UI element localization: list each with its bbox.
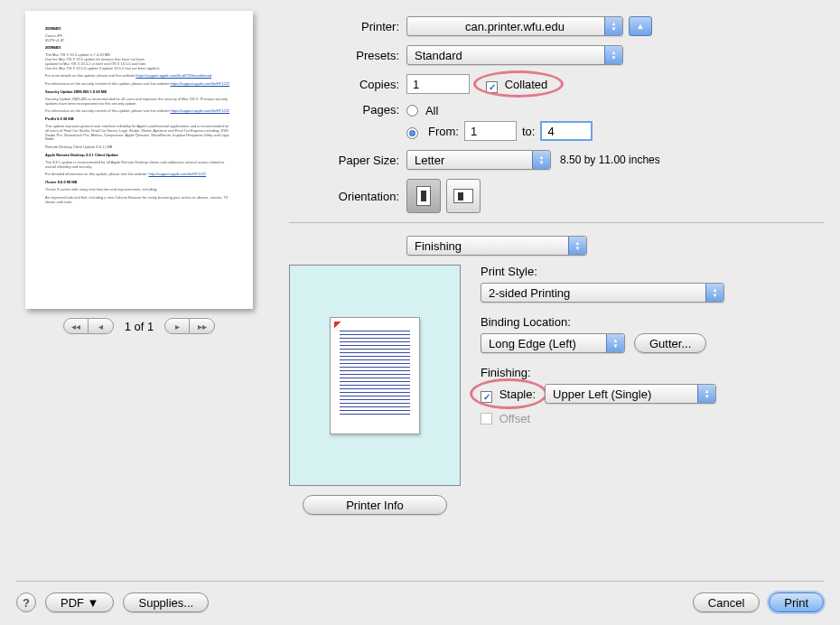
presets-select[interactable]: Standard ▲▼: [406, 45, 623, 65]
pages-from-input[interactable]: 1: [464, 121, 517, 141]
finishing-preview-sheet: [330, 317, 420, 434]
paper-dims: 8.50 by 11.00 inches: [560, 154, 660, 166]
collated-label: Collated: [505, 78, 548, 91]
pages-from-value: 1: [471, 125, 477, 138]
dropdown-arrows-icon: ▲▼: [568, 237, 586, 255]
finishing-label: Finishing:: [481, 366, 824, 379]
printer-info-label: Printer Info: [346, 499, 404, 512]
printer-disclosure-button[interactable]: ▲: [629, 16, 652, 36]
pages-from-radio[interactable]: [406, 127, 418, 139]
pages-to-label: to:: [522, 125, 535, 138]
dropdown-arrows-icon: ▲▼: [606, 334, 624, 352]
copies-label: Copies:: [289, 78, 406, 91]
presets-value: Standard: [415, 49, 462, 62]
pager-prev-group[interactable]: ◂◂ ◂: [63, 318, 114, 334]
cancel-label: Cancel: [708, 596, 744, 610]
supplies-label: Supplies...: [138, 596, 193, 610]
binding-location-value: Long Edge (Left): [489, 337, 576, 350]
pdf-menu-label: PDF ▼: [61, 596, 98, 610]
dropdown-arrows-icon: ▲▼: [604, 17, 622, 35]
landscape-icon: [453, 189, 473, 203]
staple-checkbox[interactable]: ✓: [481, 391, 492, 403]
copies-input[interactable]: 1: [406, 74, 470, 94]
pager-next[interactable]: ▸: [164, 318, 190, 334]
pager-prev[interactable]: ◂: [89, 318, 114, 334]
staple-position-select[interactable]: Upper Left (Single) ▲▼: [545, 384, 716, 404]
gutter-button[interactable]: Gutter...: [634, 333, 706, 353]
portrait-icon: [416, 186, 431, 206]
section-menu-value: Finishing: [415, 239, 462, 253]
cancel-button[interactable]: Cancel: [693, 592, 760, 612]
finishing-preview: [289, 265, 461, 486]
pages-from-label: From:: [428, 125, 459, 138]
orientation-portrait-button[interactable]: [406, 179, 441, 213]
dropdown-arrows-icon: ▲▼: [604, 46, 622, 64]
print-label: Print: [784, 596, 808, 610]
page-preview: 20090401 Canon iPFiR-PS v1.87 20090401 T…: [25, 11, 253, 309]
dropdown-arrows-icon: ▲▼: [705, 284, 723, 302]
paper-size-value: Letter: [415, 154, 444, 167]
dropdown-arrows-icon: ▲▼: [697, 385, 715, 403]
staple-position-value: Upper Left (Single): [553, 387, 651, 401]
paper-size-select[interactable]: Letter ▲▼: [406, 150, 551, 170]
printer-select[interactable]: can.printer.wfu.edu ▲▼: [406, 16, 623, 36]
pages-label: Pages:: [289, 103, 406, 117]
gutter-label: Gutter...: [649, 337, 691, 350]
offset-checkbox: [481, 413, 492, 424]
print-style-label: Print Style:: [481, 265, 824, 278]
printer-label: Printer:: [289, 20, 406, 33]
print-style-value: 2-sided Printing: [489, 286, 570, 300]
printer-info-button[interactable]: Printer Info: [303, 495, 447, 515]
print-button[interactable]: Print: [769, 592, 824, 612]
supplies-button[interactable]: Supplies...: [123, 592, 209, 612]
presets-label: Presets:: [289, 49, 406, 62]
pages-to-value: 4: [547, 125, 554, 138]
pager-status: 1 of 1: [125, 320, 154, 333]
dropdown-arrows-icon: ▲▼: [532, 151, 550, 169]
paper-size-label: Paper Size:: [289, 154, 406, 167]
staple-label: Staple:: [499, 387, 536, 401]
copies-input-value: 1: [413, 78, 419, 91]
pager-next-group[interactable]: ▸ ▸▸: [164, 318, 215, 334]
pager-last[interactable]: ▸▸: [190, 318, 215, 334]
collated-checkbox[interactable]: ✓: [486, 81, 498, 93]
pages-to-input[interactable]: 4: [540, 121, 593, 141]
printer-value: can.printer.wfu.edu: [465, 20, 565, 33]
pages-all-radio[interactable]: [406, 105, 418, 117]
print-style-select[interactable]: 2-sided Printing ▲▼: [481, 283, 724, 303]
binding-location-label: Binding Location:: [481, 315, 824, 329]
binding-location-select[interactable]: Long Edge (Left) ▲▼: [481, 333, 625, 353]
offset-label: Offset: [499, 412, 530, 425]
orientation-landscape-button[interactable]: [446, 179, 481, 213]
pager-first[interactable]: ◂◂: [63, 318, 89, 334]
section-menu-select[interactable]: Finishing ▲▼: [406, 236, 587, 256]
pdf-menu-button[interactable]: PDF ▼: [45, 592, 114, 612]
pages-all-label: All: [425, 104, 438, 117]
orientation-label: Orientation:: [289, 190, 406, 203]
help-button[interactable]: ?: [16, 592, 36, 612]
